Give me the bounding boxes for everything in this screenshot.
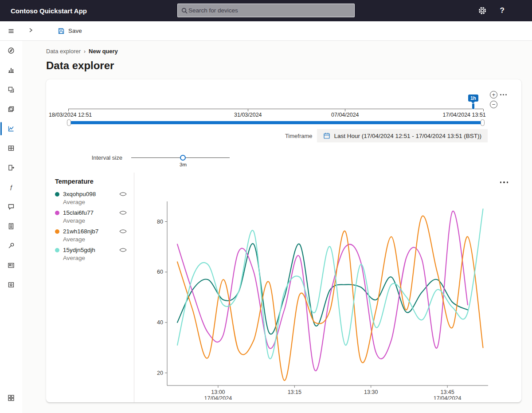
search-input[interactable] [188, 7, 351, 14]
series-color-dot [55, 192, 59, 197]
settings-gear-icon[interactable] [478, 6, 487, 15]
sidebar-expand-button[interactable] [25, 24, 36, 37]
series-name: 3xqohpu098 [63, 191, 115, 197]
temperature-line-chart[interactable]: 2040608013:0017/04/202413:1513:3013:4517… [141, 191, 514, 400]
sidebar-item-my-apps[interactable] [0, 388, 22, 408]
series-aggregation: Average [63, 236, 134, 243]
timeline-handle-left[interactable] [67, 119, 71, 126]
series-aggregation: Average [63, 255, 134, 261]
save-floppy-icon [58, 28, 65, 35]
sidebar-item-deployment-manifests[interactable] [0, 197, 22, 216]
breadcrumb-separator-icon: › [84, 48, 86, 55]
flag-handle[interactable] [472, 103, 475, 110]
help-icon[interactable]: ? [500, 6, 505, 15]
svg-text:17/04/2024: 17/04/2024 [204, 395, 232, 400]
svg-text:13:15: 13:15 [288, 389, 301, 395]
visibility-toggle-button[interactable] [118, 247, 128, 253]
speech-bubble-icon [8, 203, 15, 210]
eye-icon [119, 192, 127, 197]
legend-item: 3xqohpu098 Average [55, 191, 134, 205]
zoom-in-button[interactable]: + [490, 91, 497, 98]
series-color-dot [55, 211, 59, 215]
sidebar-item-data-explorer[interactable] [0, 119, 22, 138]
save-button[interactable]: Save [55, 27, 85, 35]
wrench-icon [8, 242, 15, 249]
eye-icon [119, 248, 127, 252]
interval-size-value: 3m [180, 162, 187, 167]
legend-item: 15ydjn5gdjh Average [55, 247, 134, 261]
series-aggregation: Average [63, 217, 134, 224]
sidebar-item-permissions[interactable] [0, 236, 22, 256]
zoom-window-label: 1h [468, 94, 478, 102]
legend-title: Temperature [55, 178, 134, 185]
chart-legend: Temperature 3xqohpu098 Average [46, 173, 134, 402]
page-title: Data explorer [46, 59, 521, 72]
chart-panel: 2040608013:0017/04/202413:1513:3013:4517… [134, 173, 521, 402]
sidebar-item-device-groups[interactable] [0, 99, 22, 119]
sidebar-item-device-templates[interactable] [0, 80, 22, 99]
menu-toggle-button[interactable] [0, 28, 22, 35]
document-icon [8, 223, 15, 230]
series-name: 21wh168njb7 [63, 228, 115, 235]
svg-text:20: 20 [157, 370, 163, 376]
svg-text:40: 40 [157, 319, 163, 326]
breadcrumb-root[interactable]: Data explorer [46, 48, 81, 55]
sidebar-item-rules[interactable]: ƒ [0, 177, 22, 197]
bar-chart-icon [8, 67, 15, 74]
eye-icon [119, 210, 127, 215]
sidebar-item-jobs[interactable] [0, 138, 22, 158]
series-name: 15ydjn5gdjh [63, 247, 115, 253]
app-title: Contoso Quickstart App [11, 7, 87, 15]
interval-size-slider[interactable]: 3m [131, 151, 230, 166]
svg-text:ƒ: ƒ [9, 184, 12, 190]
device-search[interactable] [177, 4, 355, 17]
save-label: Save [68, 28, 82, 34]
visibility-toggle-button[interactable] [118, 228, 128, 235]
series-color-dot [55, 229, 59, 234]
timeline-range-bar[interactable] [68, 121, 483, 124]
left-nav: ƒ [0, 21, 22, 413]
visibility-toggle-button[interactable] [118, 209, 128, 216]
stacked-squares-icon [8, 106, 15, 113]
sidebar-item-data-export[interactable] [0, 158, 22, 177]
eye-icon [119, 229, 127, 234]
calendar-icon [323, 132, 330, 139]
chart-more-options-button[interactable] [499, 181, 509, 183]
series-aggregation: Average [63, 199, 134, 205]
topbar: Contoso Quickstart App ? [0, 0, 532, 21]
sidebar-item-dashboard[interactable] [0, 41, 22, 60]
zoom-out-button[interactable]: − [490, 101, 497, 108]
series-color-dot [55, 248, 59, 252]
timeframe-button[interactable]: Last Hour (17/04/2024 12:51 - 17/04/2024… [317, 129, 488, 142]
sidebar-item-analytics[interactable] [0, 60, 22, 80]
legend-item: 15clai6fu77 Average [55, 209, 134, 224]
breadcrumb: Data explorer › New query [46, 48, 521, 55]
svg-text:13:45: 13:45 [440, 389, 454, 395]
sidebar-item-audit-logs[interactable] [0, 216, 22, 236]
interval-size-label: Interval size [46, 154, 122, 161]
visibility-toggle-button[interactable] [118, 191, 128, 197]
sidebar-item-application[interactable] [0, 256, 22, 275]
timeline-more-options-button[interactable] [499, 94, 507, 95]
sidebar-item-customization[interactable] [0, 275, 22, 295]
svg-text:80: 80 [157, 219, 163, 225]
compass-icon [8, 47, 15, 54]
layers-icon [8, 86, 15, 93]
app-grid-icon [8, 394, 15, 401]
line-chart-icon [8, 125, 15, 132]
svg-text:17/04/2024: 17/04/2024 [434, 395, 462, 400]
board-icon [8, 262, 15, 269]
slider-thumb[interactable] [180, 155, 186, 161]
timeframe-value: Last Hour (17/04/2024 12:51 - 17/04/2024… [334, 133, 481, 139]
timeline-handle-right[interactable] [481, 119, 485, 126]
chevron-right-icon [27, 27, 34, 33]
timeline-axis[interactable]: 18/03/2024 12:51 31/03/2024 07/04/2024 1… [68, 109, 483, 109]
query-card: + − 18/03/2024 12:51 31/03/2024 07/04/20… [46, 79, 521, 402]
svg-text:60: 60 [157, 269, 163, 275]
export-arrow-icon [8, 164, 15, 171]
timeframe-label: Timeframe [285, 133, 313, 139]
timeline-zoom-window-flag[interactable]: 1h [468, 94, 478, 110]
timeline-tick-label: 18/03/2024 12:51 [49, 112, 92, 118]
series-name: 15clai6fu77 [63, 209, 115, 216]
search-icon [181, 8, 188, 14]
